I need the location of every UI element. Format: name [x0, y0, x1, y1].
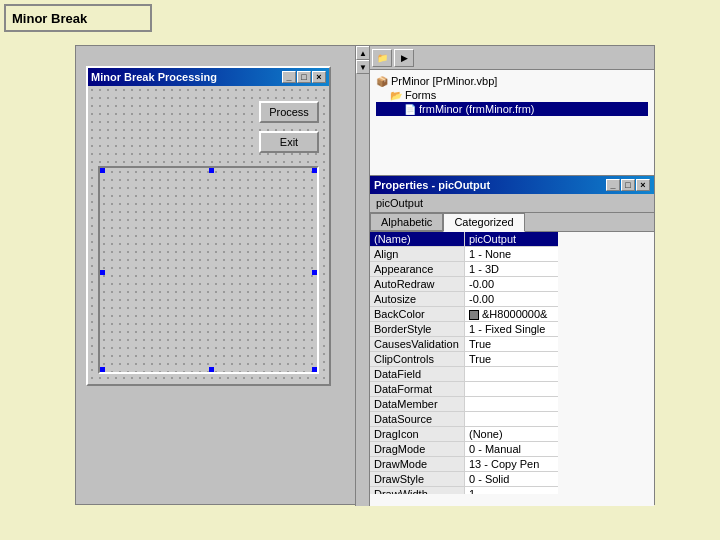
main-container: Minor Break Processing _ □ × Process Exi… [75, 45, 655, 505]
prop-key: Autosize [370, 292, 465, 306]
prop-value: True [465, 337, 558, 351]
minor-break-title: Minor Break Processing [91, 71, 217, 83]
prop-value [465, 412, 558, 426]
prop-key: DataFormat [370, 382, 465, 396]
table-row[interactable]: (Name)picOutput [370, 232, 558, 247]
table-row[interactable]: Appearance1 - 3D [370, 262, 558, 277]
maximize-button[interactable]: □ [297, 71, 311, 83]
process-button[interactable]: Process [259, 101, 319, 123]
prop-key: CausesValidation [370, 337, 465, 351]
prop-value: 13 - Copy Pen [465, 457, 558, 471]
prop-value: (None) [465, 427, 558, 441]
table-row[interactable]: BorderStyle1 - Fixed Single [370, 322, 558, 337]
properties-panel: Properties - picOutput _ □ × picOutput A… [369, 176, 654, 506]
prop-key: Align [370, 247, 465, 261]
prop-key: DrawWidth [370, 487, 465, 494]
prop-value: 0 - Manual [465, 442, 558, 456]
props-title: Properties - picOutput [374, 179, 490, 191]
form-icon: 📄 [404, 104, 416, 115]
tab-categorized[interactable]: Categorized [443, 213, 524, 232]
table-row[interactable]: ClipControlsTrue [370, 352, 558, 367]
project-toolbar: 📁 ▶ [370, 46, 654, 70]
mid-dot-r [312, 270, 317, 275]
table-row[interactable]: DataSource [370, 412, 558, 427]
mid-dot-t [209, 168, 214, 173]
table-row[interactable]: DrawWidth1 [370, 487, 558, 494]
color-swatch-icon [469, 310, 479, 320]
mid-dot-l [100, 270, 105, 275]
table-row[interactable]: DataMember [370, 397, 558, 412]
prop-key: Appearance [370, 262, 465, 276]
prop-key: DragIcon [370, 427, 465, 441]
prop-key: BackColor [370, 307, 465, 321]
table-row[interactable]: DragMode0 - Manual [370, 442, 558, 457]
props-object-header: picOutput [370, 194, 654, 213]
vertical-scrollbar[interactable]: ▲ ▼ [355, 46, 369, 506]
corner-dot-br [312, 367, 317, 372]
table-row[interactable]: CausesValidationTrue [370, 337, 558, 352]
prop-key: DataSource [370, 412, 465, 426]
table-row[interactable]: Align1 - None [370, 247, 558, 262]
project-panel: 📁 ▶ 📦 PrMinor [PrMinor.vbp] 📂 Forms 📄 fr… [369, 46, 654, 176]
minimize-button[interactable]: _ [282, 71, 296, 83]
prop-key: AutoRedraw [370, 277, 465, 291]
forms-label: Forms [405, 89, 436, 101]
tree-forms[interactable]: 📂 Forms [376, 88, 648, 102]
page-title: Minor Break [4, 4, 152, 32]
scroll-up-button[interactable]: ▲ [356, 46, 370, 60]
toolbar-btn-2[interactable]: ▶ [394, 49, 414, 67]
table-row[interactable]: DataField [370, 367, 558, 382]
exit-button[interactable]: Exit [259, 131, 319, 153]
table-row[interactable]: DrawMode13 - Copy Pen [370, 457, 558, 472]
props-close-button[interactable]: × [636, 179, 650, 191]
project-icon: 📦 [376, 76, 388, 87]
prop-key: ClipControls [370, 352, 465, 366]
prop-key: (Name) [370, 232, 465, 246]
corner-dot-tr [312, 168, 317, 173]
window-controls: _ □ × [282, 71, 326, 83]
table-row[interactable]: DragIcon(None) [370, 427, 558, 442]
prop-value: picOutput [465, 232, 558, 246]
minor-break-window: Minor Break Processing _ □ × Process Exi… [86, 66, 331, 386]
table-row[interactable]: Autosize-0.00 [370, 292, 558, 307]
table-row[interactable]: DrawStyle0 - Solid [370, 472, 558, 487]
form-area [98, 166, 319, 374]
frm-minor-label: frmMinor (frmMinor.frm) [419, 103, 535, 115]
prop-value [465, 367, 558, 381]
props-titlebar: Properties - picOutput _ □ × [370, 176, 654, 194]
table-row[interactable]: AutoRedraw-0.00 [370, 277, 558, 292]
corner-dot-bl [100, 367, 105, 372]
tree-root[interactable]: 📦 PrMinor [PrMinor.vbp] [376, 74, 648, 88]
prop-value: True [465, 352, 558, 366]
prop-key: DataMember [370, 397, 465, 411]
prop-key: DrawMode [370, 457, 465, 471]
prop-value: 1 [465, 487, 558, 494]
prop-value [465, 382, 558, 396]
forms-icon: 📂 [390, 90, 402, 101]
project-title: PrMinor [PrMinor.vbp] [391, 75, 497, 87]
scroll-down-button[interactable]: ▼ [356, 60, 370, 74]
props-tabs: Alphabetic Categorized [370, 213, 654, 232]
tab-alphabetic[interactable]: Alphabetic [370, 213, 443, 231]
prop-value: 0 - Solid [465, 472, 558, 486]
props-table: (Name)picOutputAlign1 - NoneAppearance1 … [370, 232, 654, 494]
prop-key: DragMode [370, 442, 465, 456]
prop-value: -0.00 [465, 277, 558, 291]
props-maximize-button[interactable]: □ [621, 179, 635, 191]
props-minimize-button[interactable]: _ [606, 179, 620, 191]
close-button[interactable]: × [312, 71, 326, 83]
table-row[interactable]: BackColor&H8000000& [370, 307, 558, 322]
prop-value: -0.00 [465, 292, 558, 306]
prop-value: &H8000000& [465, 307, 558, 321]
prop-value: 1 - None [465, 247, 558, 261]
corner-dot-tl [100, 168, 105, 173]
prop-key: DataField [370, 367, 465, 381]
toolbar-btn-1[interactable]: 📁 [372, 49, 392, 67]
prop-value: 1 - 3D [465, 262, 558, 276]
props-object-name: picOutput [376, 197, 423, 209]
prop-value [465, 397, 558, 411]
table-row[interactable]: DataFormat [370, 382, 558, 397]
tree-frm-minor[interactable]: 📄 frmMinor (frmMinor.frm) [376, 102, 648, 116]
prop-key: DrawStyle [370, 472, 465, 486]
window-body: Process Exit [88, 86, 329, 384]
